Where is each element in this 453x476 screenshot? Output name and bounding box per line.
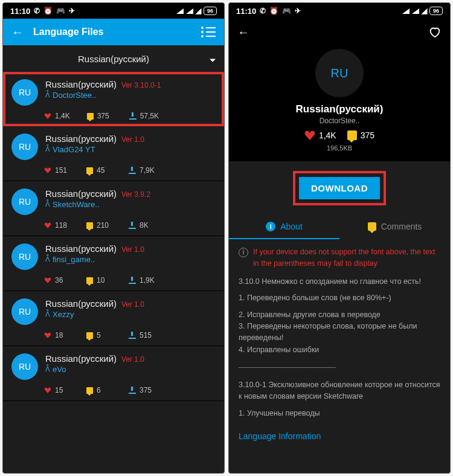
language-file-item[interactable]: RU Russian(русский) Ver 3.10.0-1 ᐰ Docto… xyxy=(3,72,224,126)
tab-comments-label: Comments xyxy=(381,222,422,231)
phone-icon: ✆ xyxy=(34,7,40,14)
tab-about[interactable]: i About xyxy=(229,215,339,239)
download-icon xyxy=(129,222,136,229)
comments-stat: 375 xyxy=(347,130,374,141)
heart-icon xyxy=(44,167,51,174)
changelog-line: 3.10.0 Немножко с опозданием но главное … xyxy=(239,276,440,288)
language-file-item[interactable]: RU Russian(русский) Ver 1.0 ᐰ Xezzy 18 5… xyxy=(3,291,224,346)
tab-comments[interactable]: Comments xyxy=(339,215,450,239)
person-icon: ᐰ xyxy=(45,146,50,153)
comment-icon xyxy=(368,222,376,231)
back-button[interactable]: ← xyxy=(237,25,249,39)
status-bar: 11:10 ✆ ⏰ 🎮 ✈ ◢ 96 xyxy=(229,3,450,19)
item-name: Russian(русский) xyxy=(45,79,117,89)
comment-icon xyxy=(86,222,93,229)
comments-stat: 6 xyxy=(86,386,112,394)
comments-stat: 5 xyxy=(86,331,112,339)
item-version: Ver 3.9.2 xyxy=(121,190,150,199)
comment-icon xyxy=(87,113,94,120)
favorite-button[interactable] xyxy=(428,25,442,39)
language-selector-label: Russian(русский) xyxy=(78,54,149,64)
item-name: Russian(русский) xyxy=(45,243,117,254)
item-author: ᐰ finsi_game.. xyxy=(45,255,216,264)
person-icon: ᐰ xyxy=(45,201,50,208)
download-icon xyxy=(129,167,136,174)
download-icon xyxy=(129,332,136,339)
avatar: RU xyxy=(315,49,364,97)
avatar: RU xyxy=(11,79,38,106)
status-bar: 11:10 ✆ ⏰ 🎮 ✈ ◢ 96 xyxy=(3,3,224,19)
avatar: RU xyxy=(11,298,38,325)
download-icon xyxy=(129,387,136,394)
likes-stat: 18 xyxy=(44,331,69,339)
file-size: 196,5KB xyxy=(229,144,450,152)
telegram-icon: ✈ xyxy=(295,7,301,14)
back-button[interactable]: ← xyxy=(11,26,24,38)
view-list-button[interactable] xyxy=(201,27,216,37)
status-time: 11:10 xyxy=(10,7,30,16)
avatar: RU xyxy=(11,133,38,160)
downloads-stat: 1,9K xyxy=(129,276,155,285)
download-icon xyxy=(129,112,137,120)
changelog-line: 3.10.0-1 Эксклюзивное обновление которое… xyxy=(239,379,440,403)
language-file-item[interactable]: RU Russian(русский) Ver 1.0 ᐰ finsi_game… xyxy=(3,236,224,291)
language-file-item[interactable]: RU Russian(русский) Ver 3.9.2 ᐰ SketchWa… xyxy=(3,181,224,236)
item-version: Ver 1.0 xyxy=(121,300,144,309)
language-file-item[interactable]: RU Russian(русский) Ver 1.0 ᐰ eVo 15 6 3… xyxy=(3,346,224,401)
signal-icon xyxy=(402,8,410,14)
controller-icon: 🎮 xyxy=(56,7,65,14)
heart-icon xyxy=(44,222,51,229)
language-information-link[interactable]: Language Information xyxy=(229,431,450,445)
app-header: ← Language Files xyxy=(3,19,224,45)
status-time: 11:10 xyxy=(236,7,256,16)
chevron-down-icon xyxy=(210,54,216,64)
info-icon: i xyxy=(266,222,275,231)
item-author: ᐰ VladG24 YT xyxy=(45,145,216,154)
comment-icon xyxy=(86,332,93,339)
detail-title: Russian(русский) xyxy=(229,103,450,115)
screen-language-list: 11:10 ✆ ⏰ 🎮 ✈ ◢ 96 ← Language Files Russ… xyxy=(2,2,225,474)
heart-icon xyxy=(44,387,51,394)
language-selector[interactable]: Russian(русский) xyxy=(3,45,224,72)
avatar: RU xyxy=(11,188,38,215)
avatar: RU xyxy=(11,243,38,270)
item-author: ᐰ SketchWare.. xyxy=(45,200,216,209)
item-author: ᐰ DoctorStee.. xyxy=(45,91,216,100)
likes-stat: 151 xyxy=(44,166,69,175)
battery-indicator: 96 xyxy=(429,7,443,15)
about-content: i If your device does not support the fo… xyxy=(229,239,450,431)
detail-author: DoctorStee.. xyxy=(229,117,450,125)
wifi-icon: ◢ xyxy=(196,7,201,14)
download-button[interactable]: DOWNLOAD xyxy=(299,177,380,199)
controller-icon: 🎮 xyxy=(282,7,291,14)
avatar: RU xyxy=(11,353,38,380)
person-icon: ᐰ xyxy=(45,91,50,99)
changelog-line: 1. Улучшены переводы xyxy=(239,408,440,419)
item-name: Russian(русский) xyxy=(45,298,117,309)
item-name: Russian(русский) xyxy=(45,188,117,199)
comment-icon xyxy=(86,387,93,394)
person-icon: ᐰ xyxy=(45,365,50,373)
item-author: ᐰ eVo xyxy=(45,365,216,374)
signal-icon xyxy=(176,8,184,14)
item-version: Ver 1.0 xyxy=(121,245,144,254)
changelog-line: 4. Исправлены ошибки xyxy=(239,344,440,356)
heart-icon xyxy=(44,332,51,339)
tab-bar: i About Comments xyxy=(229,215,450,239)
heart-icon xyxy=(44,277,51,284)
likes-stat: 36 xyxy=(44,276,69,285)
changelog-line: 3. Переведены некоторые слова, которые н… xyxy=(239,321,440,344)
download-section: DOWNLOAD xyxy=(229,161,450,215)
likes-stat: 1,4K xyxy=(44,112,70,120)
downloads-stat: 515 xyxy=(129,331,154,339)
language-file-item[interactable]: RU Russian(русский) Ver 1.0 ᐰ VladG24 YT… xyxy=(3,126,224,181)
heart-icon xyxy=(304,130,315,141)
likes-stat: 118 xyxy=(44,221,69,230)
detail-summary: RU Russian(русский) DoctorStee.. 1,4K 37… xyxy=(229,45,450,161)
comments-stat: 210 xyxy=(86,221,112,230)
signal-icon-2 xyxy=(186,8,193,14)
changelog-line: 2. Исправлены другие слова в переводе xyxy=(239,309,440,321)
battery-indicator: 96 xyxy=(204,7,217,15)
tab-about-label: About xyxy=(280,222,303,231)
detail-header: ← xyxy=(229,19,450,45)
